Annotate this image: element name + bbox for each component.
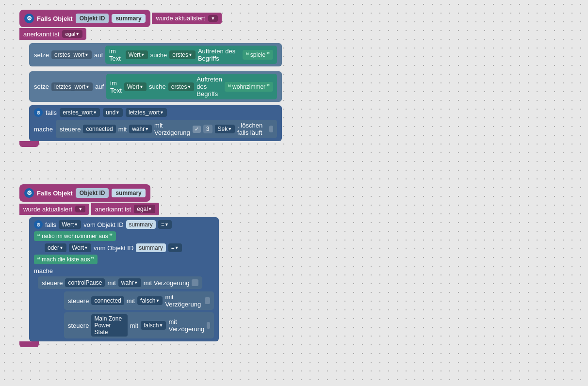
- block1-set1-wert-dropdown[interactable]: Wert: [126, 50, 148, 59]
- block2-steer1-var: controlPause: [65, 278, 105, 287]
- block1-steer-loeschen: , löschen falls läuft: [237, 122, 267, 136]
- block2-if-summary1: summary: [126, 220, 156, 229]
- block2-trigger-label: Falls Objekt: [37, 190, 73, 197]
- block1-set1-suche: suche: [150, 51, 167, 59]
- block1-set2-string: ❝ wohnzimmer ❞: [225, 82, 273, 92]
- block1-steer-mit-verz: mit Verzögerung: [154, 122, 190, 136]
- block1-set2-imtext: im Text: [110, 80, 122, 94]
- block2-if-vom-objekt: vom Objekt ID: [83, 221, 123, 228]
- block1-if-falls: falls: [46, 109, 57, 116]
- block1-row2-dropdown[interactable]: egal: [62, 30, 82, 38]
- block2-steer3-check[interactable]: [207, 322, 210, 329]
- block2-if-eq1-dropdown[interactable]: =: [158, 220, 172, 229]
- block1-row1-label: wurde aktualisiert: [156, 15, 205, 22]
- block2-steer2-var: connected: [91, 296, 124, 305]
- block1-set1-imtext: im Text: [109, 48, 123, 62]
- block2-steer2-label: steuere: [68, 297, 89, 305]
- block1-set1-var-dropdown[interactable]: erstes_wort: [51, 50, 92, 59]
- block2-steer1-label: steuere: [42, 279, 63, 287]
- block1-steuere-label: steuere: [60, 126, 81, 133]
- block2-row1-dropdown[interactable]: [75, 206, 85, 212]
- block2-steer1-mit: mit: [107, 279, 115, 287]
- gear-icon-1: ⚙: [24, 14, 34, 23]
- block2-mache-label: mache: [34, 267, 53, 274]
- block1-set2-suche: suche: [149, 83, 166, 90]
- block2-steer1-check[interactable]: [192, 279, 198, 286]
- block1-set1-auftreten: Auftreten des Begriffs: [198, 48, 240, 62]
- block1-if-und-dropdown[interactable]: und: [103, 108, 123, 117]
- block1-if-gear: ⚙: [34, 108, 43, 117]
- block1-if-var2-dropdown[interactable]: letztes_wort: [126, 108, 167, 117]
- block1-check-icon[interactable]: ✓: [193, 126, 201, 133]
- block2-if-wert2-dropdown[interactable]: Wert: [69, 243, 91, 252]
- block1-set2-wert-dropdown[interactable]: Wert: [124, 82, 147, 91]
- block1-set2-erstes-dropdown[interactable]: erstes: [168, 82, 195, 91]
- block2-if-gear: ⚙: [34, 220, 43, 229]
- block2-steer2-val-dropdown[interactable]: falsch: [137, 296, 163, 305]
- block1-trigger-label: Falls Objekt: [37, 15, 73, 22]
- block2-if-string1: ❝ radio im wohnzimmer aus ❞: [34, 231, 116, 241]
- block1-steer-mit: mit: [118, 126, 127, 133]
- block2-if-vom-objekt2: vom Objekt ID: [94, 244, 133, 252]
- block1-objekt-notch: Objekt ID: [76, 14, 109, 23]
- block1-steer-sek-dropdown[interactable]: Sek: [215, 125, 235, 133]
- block2-steer3-label: steuere: [68, 322, 89, 329]
- block2-if-summary2: summary: [136, 243, 165, 252]
- block2-row1-label: wurde aktualisiert: [23, 206, 72, 213]
- block2-row2-label: anerkannt ist: [95, 206, 131, 213]
- block2-if-oder-dropdown[interactable]: oder: [45, 243, 66, 252]
- block1-steer-wahr-dropdown[interactable]: wahr: [129, 125, 152, 133]
- block1-set2-auf: auf: [95, 83, 104, 90]
- block2-steer1-val-dropdown[interactable]: wahr: [118, 278, 141, 287]
- block1-steer-number: 3: [203, 125, 212, 133]
- block2-if-falls: falls: [45, 221, 56, 228]
- block1-set1-auf: auf: [94, 51, 103, 59]
- block2-steer3-val-dropdown[interactable]: falsch: [141, 321, 166, 330]
- block1-row2-label: anerkannt ist: [23, 31, 59, 38]
- block2-steer2-mit: mit: [127, 297, 135, 305]
- block1-if-var1-dropdown[interactable]: erstes_wort: [60, 108, 100, 117]
- block2-steer3-var: Main Zone Power State: [91, 314, 127, 337]
- block1-state-var: connected: [83, 125, 115, 133]
- block2-steer3-mit: mit: [130, 322, 138, 329]
- block2-steer2-check[interactable]: [205, 297, 210, 304]
- block2-objekt-notch: Objekt ID: [76, 188, 109, 198]
- block2-row2-dropdown[interactable]: egal: [134, 205, 155, 213]
- block1-set2-auftreten: Auftreten des Begriffs: [196, 76, 222, 97]
- block2-steer1-verz: mit Verzögerung: [144, 279, 190, 287]
- block1-set1-erstes-dropdown[interactable]: erstes: [169, 50, 196, 59]
- block1-set2-var-dropdown[interactable]: letztes_wort: [51, 82, 93, 91]
- block2-steer3-verz: mit Verzögerung: [168, 318, 204, 333]
- block1-row1-dropdown[interactable]: [208, 15, 218, 22]
- block1-id-value: summary: [112, 14, 145, 23]
- gear-icon-2: ⚙: [24, 188, 34, 198]
- block1-set2-setze: setze: [34, 83, 49, 90]
- block1-set1-setze: setze: [34, 51, 49, 59]
- block1-mache-label: mache: [34, 126, 53, 133]
- block2-if-wert1-dropdown[interactable]: Wert: [59, 220, 81, 229]
- block2-if-string2: ❝ mach die kiste aus ❞: [34, 255, 98, 264]
- block1-set1-string: ❝ spiele ❞: [243, 50, 273, 60]
- block2-if-eq2-dropdown[interactable]: =: [168, 243, 182, 252]
- block2-steer2-verz: mit Verzögerung: [165, 293, 202, 308]
- block2-id-value: summary: [112, 189, 145, 197]
- block1-steer-check2[interactable]: [269, 126, 273, 132]
